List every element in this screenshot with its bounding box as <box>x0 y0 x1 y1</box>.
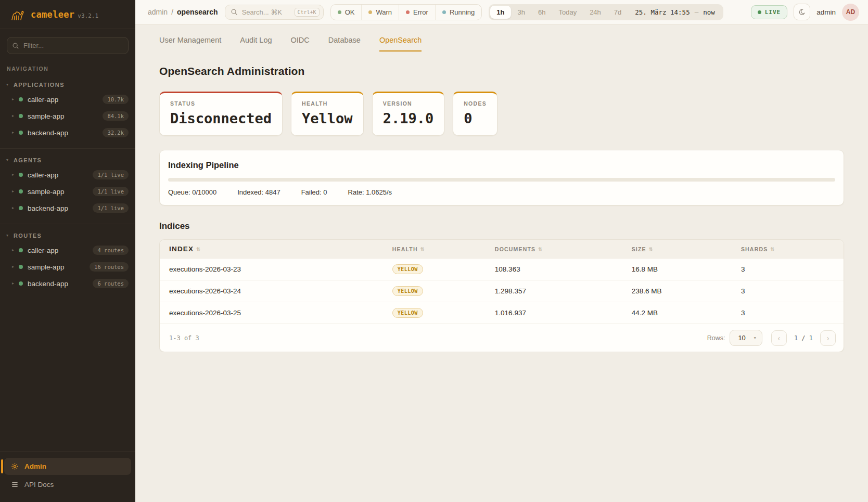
column-header-size[interactable]: SIZE⇅ <box>632 246 741 252</box>
sidebar-item-caller-app[interactable]: ▸ caller-app 4 routes <box>0 242 135 259</box>
status-dot <box>19 281 23 286</box>
cell-documents: 108.363 <box>495 265 632 273</box>
pipeline-progress-bar <box>168 178 835 182</box>
moon-icon <box>798 8 806 16</box>
tab-oidc[interactable]: OIDC <box>291 36 310 52</box>
section-header-routes[interactable]: ▾ ROUTES <box>0 229 135 242</box>
filter-chip-ok[interactable]: OK <box>331 5 362 20</box>
filter-chip-warn[interactable]: Warn <box>361 5 399 20</box>
status-dot <box>19 189 23 194</box>
chevron-down-icon: ▾ <box>6 83 8 87</box>
cell-shards: 3 <box>741 309 844 317</box>
filter-chip-running[interactable]: Running <box>435 5 481 20</box>
sidebar-item-sample-app[interactable]: ▸ sample-app 84.1k <box>0 108 135 124</box>
sort-icon: ⇅ <box>770 247 775 252</box>
app-window: cameleerv3.2.1 NAVIGATION ▾ APPLICATIONS… <box>0 0 868 502</box>
sidebar-item-caller-app[interactable]: ▸ caller-app 10.7k <box>0 91 135 108</box>
active-indicator-bar <box>1 459 3 473</box>
sidebar-item-label: API Docs <box>24 481 54 488</box>
tab-database[interactable]: Database <box>328 36 361 52</box>
filter-input[interactable] <box>7 37 129 54</box>
previous-page-button[interactable]: ‹ <box>771 330 787 346</box>
sidebar: cameleerv3.2.1 NAVIGATION ▾ APPLICATIONS… <box>0 0 135 502</box>
stat-label: VERSION <box>383 100 434 107</box>
sidebar-item-backend-app[interactable]: ▸ backend-app 6 routes <box>0 275 135 292</box>
theme-toggle-button[interactable] <box>794 4 810 20</box>
row-range-label: 1-3 of 3 <box>169 334 199 342</box>
sidebar-item-sample-app[interactable]: ▸ sample-app 1/1 live <box>0 183 135 200</box>
status-dot <box>19 206 23 210</box>
tab-user-management[interactable]: User Management <box>159 36 221 52</box>
date-range-picker[interactable]: 25. März 14:55 — now <box>628 8 721 16</box>
date-from: 25. März 14:55 <box>635 8 690 16</box>
live-toggle[interactable]: LIVE <box>751 5 788 19</box>
section-label: ROUTES <box>14 233 42 239</box>
breadcrumb-current: opensearch <box>177 8 218 16</box>
table-row[interactable]: executions-2026-03-24 YELLOW 1.298.357 2… <box>160 280 844 302</box>
indexing-pipeline-panel: Indexing Pipeline Queue: 0/10000 Indexed… <box>159 150 844 205</box>
table-row[interactable]: executions-2026-03-25 YELLOW 1.016.937 4… <box>160 302 844 324</box>
column-header-documents[interactable]: DOCUMENTS⇅ <box>495 246 632 252</box>
column-header-index[interactable]: INDEX⇅ <box>160 245 392 253</box>
status-dot <box>19 131 23 135</box>
sidebar-section-applications: ▾ APPLICATIONS ▸ caller-app 10.7k ▸ samp… <box>0 76 135 146</box>
stat-value: Yellow <box>302 110 353 126</box>
sidebar-item-backend-app[interactable]: ▸ backend-app 1/1 live <box>0 200 135 216</box>
live-label: LIVE <box>765 9 781 16</box>
chevron-right-icon: ▸ <box>12 206 14 210</box>
sidebar-item-badge: 1/1 live <box>93 170 129 179</box>
sidebar-item-label: caller-app <box>28 96 58 104</box>
next-page-button[interactable]: › <box>820 330 836 346</box>
sidebar-item-sample-app[interactable]: ▸ sample-app 16 routes <box>0 259 135 275</box>
tab-opensearch[interactable]: OpenSearch <box>379 36 422 52</box>
table-row[interactable]: executions-2026-03-23 YELLOW 108.363 16.… <box>160 258 844 280</box>
sidebar-item-label: caller-app <box>28 247 58 254</box>
avatar[interactable]: AD <box>842 4 859 21</box>
sidebar-item-backend-app[interactable]: ▸ backend-app 32.2k <box>0 124 135 141</box>
column-header-label: SIZE <box>632 246 646 252</box>
list-icon <box>11 481 19 488</box>
sidebar-section-routes: ▾ ROUTES ▸ caller-app 4 routes ▸ sample-… <box>0 224 135 297</box>
sidebar-item-label: sample-app <box>28 263 65 271</box>
breadcrumb-parent[interactable]: admin <box>148 8 168 16</box>
sidebar-item-api-docs[interactable]: API Docs <box>4 476 131 493</box>
column-header-health[interactable]: HEALTH⇅ <box>392 246 495 252</box>
sidebar-section-agents: ▾ AGENTS ▸ caller-app 1/1 live ▸ sample-… <box>0 148 135 221</box>
topbar-right: LIVE admin AD <box>751 4 859 21</box>
time-range-3h[interactable]: 3h <box>512 6 531 19</box>
sidebar-item-label: sample-app <box>28 188 65 196</box>
time-range-7d[interactable]: 7d <box>608 6 628 19</box>
sort-icon: ⇅ <box>420 247 425 252</box>
cell-documents: 1.016.937 <box>495 309 632 317</box>
column-header-shards[interactable]: SHARDS⇅ <box>741 246 844 252</box>
tab-audit-log[interactable]: Audit Log <box>240 36 272 52</box>
pipeline-stat-queue: Queue: 0/10000 <box>168 188 216 196</box>
time-range-today[interactable]: Today <box>552 6 583 19</box>
rows-per-page-value: 10 <box>738 334 745 342</box>
stat-value: 0 <box>464 110 487 126</box>
section-header-agents[interactable]: ▾ AGENTS <box>0 153 135 166</box>
rows-per-page-select[interactable]: 10 ▾ <box>730 330 762 346</box>
chevron-right-icon: ▸ <box>12 173 14 177</box>
time-range-24h[interactable]: 24h <box>583 6 607 19</box>
cell-index: executions-2026-03-25 <box>160 309 392 317</box>
indices-table: INDEX⇅ HEALTH⇅ DOCUMENTS⇅ SIZE⇅ SHARDS⇅ … <box>159 239 844 352</box>
sidebar-item-label: sample-app <box>28 112 65 120</box>
pipeline-stat-failed: Failed: 0 <box>301 188 327 196</box>
pipeline-stat-rate: Rate: 1.0625/s <box>348 188 392 196</box>
chevron-right-icon: ▸ <box>12 281 14 286</box>
time-range-1h[interactable]: 1h <box>490 6 510 19</box>
time-range-6h[interactable]: 6h <box>532 6 552 19</box>
stat-value: 2.19.0 <box>383 110 434 126</box>
stat-value: Disconnected <box>170 110 272 126</box>
status-dot <box>19 114 23 118</box>
sidebar-item-caller-app[interactable]: ▸ caller-app 1/1 live <box>0 166 135 183</box>
tab-bar: User Management Audit Log OIDC Database … <box>135 24 868 52</box>
filter-chip-error[interactable]: Error <box>399 5 435 20</box>
stat-card-health: HEALTH Yellow <box>291 92 364 136</box>
health-badge: YELLOW <box>392 286 423 296</box>
sidebar-item-badge: 32.2k <box>103 128 129 137</box>
search-input[interactable] <box>242 8 290 16</box>
section-header-applications[interactable]: ▾ APPLICATIONS <box>0 78 135 91</box>
sidebar-item-admin[interactable]: Admin <box>4 458 131 475</box>
